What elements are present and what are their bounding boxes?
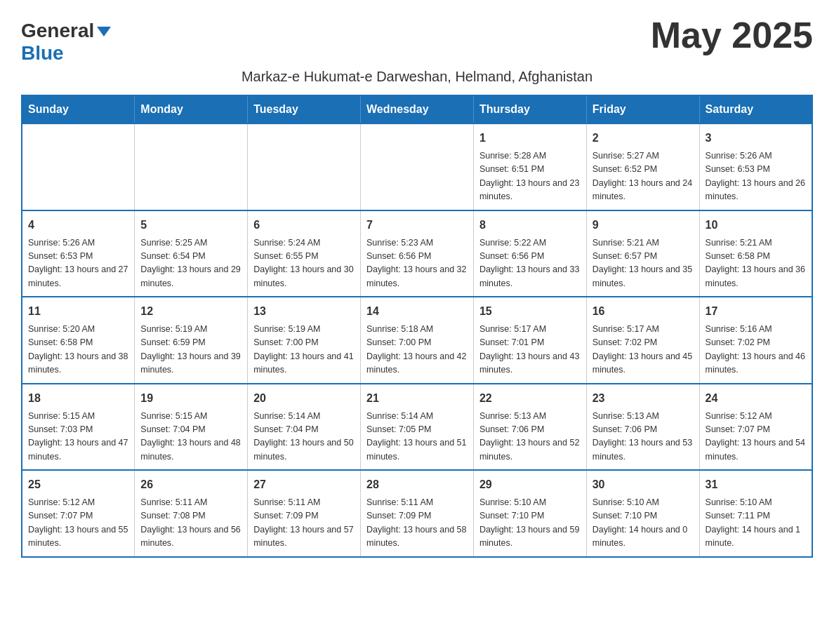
calendar-cell: 23Sunrise: 5:13 AM Sunset: 7:06 PM Dayli…: [586, 384, 699, 471]
calendar-cell: [135, 123, 248, 210]
logo: General Blue: [21, 14, 111, 65]
calendar-week-row: 25Sunrise: 5:12 AM Sunset: 7:07 PM Dayli…: [22, 470, 812, 557]
day-info: Sunrise: 5:24 AM Sunset: 6:55 PM Dayligh…: [253, 236, 355, 291]
weekday-header-friday: Friday: [586, 95, 699, 123]
calendar-cell: 21Sunrise: 5:14 AM Sunset: 7:05 PM Dayli…: [361, 384, 474, 471]
calendar-cell: 24Sunrise: 5:12 AM Sunset: 7:07 PM Dayli…: [699, 384, 812, 471]
logo-blue-text: Blue: [21, 42, 64, 65]
day-number: 18: [28, 390, 128, 407]
day-info: Sunrise: 5:10 AM Sunset: 7:10 PM Dayligh…: [479, 496, 581, 551]
logo-general-text: General: [21, 20, 111, 42]
calendar-cell: 29Sunrise: 5:10 AM Sunset: 7:10 PM Dayli…: [473, 470, 586, 557]
calendar-cell: [22, 123, 135, 210]
day-number: 15: [479, 303, 581, 320]
calendar-cell: 16Sunrise: 5:17 AM Sunset: 7:02 PM Dayli…: [586, 297, 699, 384]
calendar-cell: 26Sunrise: 5:11 AM Sunset: 7:08 PM Dayli…: [135, 470, 248, 557]
day-number: 11: [28, 303, 128, 320]
day-number: 23: [593, 390, 694, 407]
day-number: 16: [593, 303, 694, 320]
weekday-header-row: SundayMondayTuesdayWednesdayThursdayFrid…: [22, 95, 812, 123]
calendar-cell: 1Sunrise: 5:28 AM Sunset: 6:51 PM Daylig…: [473, 123, 586, 210]
day-info: Sunrise: 5:18 AM Sunset: 7:00 PM Dayligh…: [366, 323, 468, 377]
calendar-week-row: 11Sunrise: 5:20 AM Sunset: 6:58 PM Dayli…: [22, 297, 812, 384]
day-number: 6: [253, 217, 355, 234]
calendar-cell: 7Sunrise: 5:23 AM Sunset: 6:56 PM Daylig…: [361, 210, 474, 297]
day-number: 9: [593, 217, 694, 234]
calendar-cell: 22Sunrise: 5:13 AM Sunset: 7:06 PM Dayli…: [473, 384, 586, 471]
day-info: Sunrise: 5:14 AM Sunset: 7:04 PM Dayligh…: [253, 410, 355, 464]
calendar-body: 1Sunrise: 5:28 AM Sunset: 6:51 PM Daylig…: [22, 123, 812, 557]
calendar-cell: 4Sunrise: 5:26 AM Sunset: 6:53 PM Daylig…: [22, 210, 135, 297]
calendar-cell: 11Sunrise: 5:20 AM Sunset: 6:58 PM Dayli…: [22, 297, 135, 384]
day-info: Sunrise: 5:13 AM Sunset: 7:06 PM Dayligh…: [479, 410, 581, 464]
day-number: 30: [593, 476, 694, 493]
day-info: Sunrise: 5:10 AM Sunset: 7:11 PM Dayligh…: [706, 496, 806, 551]
day-number: 24: [706, 390, 806, 407]
day-number: 17: [706, 303, 806, 320]
calendar-cell: 13Sunrise: 5:19 AM Sunset: 7:00 PM Dayli…: [248, 297, 361, 384]
day-info: Sunrise: 5:14 AM Sunset: 7:05 PM Dayligh…: [366, 410, 468, 464]
month-title: May 2025: [651, 14, 813, 56]
weekday-header-tuesday: Tuesday: [248, 95, 361, 123]
calendar-cell: 2Sunrise: 5:27 AM Sunset: 6:52 PM Daylig…: [586, 123, 699, 210]
day-info: Sunrise: 5:19 AM Sunset: 6:59 PM Dayligh…: [140, 323, 241, 377]
calendar-week-row: 1Sunrise: 5:28 AM Sunset: 6:51 PM Daylig…: [22, 123, 812, 210]
day-info: Sunrise: 5:15 AM Sunset: 7:03 PM Dayligh…: [28, 410, 128, 464]
calendar-week-row: 4Sunrise: 5:26 AM Sunset: 6:53 PM Daylig…: [22, 210, 812, 297]
day-number: 19: [140, 390, 241, 407]
calendar-cell: 30Sunrise: 5:10 AM Sunset: 7:10 PM Dayli…: [586, 470, 699, 557]
day-info: Sunrise: 5:27 AM Sunset: 6:52 PM Dayligh…: [593, 149, 694, 204]
weekday-header-wednesday: Wednesday: [361, 95, 474, 123]
day-number: 28: [366, 476, 468, 493]
day-number: 20: [253, 390, 355, 407]
day-number: 2: [593, 130, 694, 147]
day-number: 5: [140, 217, 241, 234]
calendar-cell: 19Sunrise: 5:15 AM Sunset: 7:04 PM Dayli…: [135, 384, 248, 471]
calendar-cell: 25Sunrise: 5:12 AM Sunset: 7:07 PM Dayli…: [22, 470, 135, 557]
day-info: Sunrise: 5:26 AM Sunset: 6:53 PM Dayligh…: [706, 149, 806, 204]
day-number: 14: [366, 303, 468, 320]
weekday-header-saturday: Saturday: [699, 95, 812, 123]
day-info: Sunrise: 5:12 AM Sunset: 7:07 PM Dayligh…: [706, 410, 806, 464]
day-info: Sunrise: 5:12 AM Sunset: 7:07 PM Dayligh…: [28, 496, 128, 551]
day-number: 7: [366, 217, 468, 234]
calendar-cell: 12Sunrise: 5:19 AM Sunset: 6:59 PM Dayli…: [135, 297, 248, 384]
calendar-cell: 18Sunrise: 5:15 AM Sunset: 7:03 PM Dayli…: [22, 384, 135, 471]
day-number: 21: [366, 390, 468, 407]
calendar-cell: [248, 123, 361, 210]
weekday-header-monday: Monday: [135, 95, 248, 123]
calendar-cell: 6Sunrise: 5:24 AM Sunset: 6:55 PM Daylig…: [248, 210, 361, 297]
day-number: 1: [479, 130, 581, 147]
day-info: Sunrise: 5:16 AM Sunset: 7:02 PM Dayligh…: [706, 323, 806, 377]
page-header: General Blue May 2025: [21, 14, 813, 65]
calendar-header: SundayMondayTuesdayWednesdayThursdayFrid…: [22, 95, 812, 123]
day-number: 13: [253, 303, 355, 320]
day-number: 22: [479, 390, 581, 407]
calendar-cell: 27Sunrise: 5:11 AM Sunset: 7:09 PM Dayli…: [248, 470, 361, 557]
calendar-cell: 9Sunrise: 5:21 AM Sunset: 6:57 PM Daylig…: [586, 210, 699, 297]
day-info: Sunrise: 5:17 AM Sunset: 7:01 PM Dayligh…: [479, 323, 581, 377]
calendar-cell: 17Sunrise: 5:16 AM Sunset: 7:02 PM Dayli…: [699, 297, 812, 384]
day-info: Sunrise: 5:11 AM Sunset: 7:09 PM Dayligh…: [366, 496, 468, 551]
calendar-cell: 15Sunrise: 5:17 AM Sunset: 7:01 PM Dayli…: [473, 297, 586, 384]
day-info: Sunrise: 5:20 AM Sunset: 6:58 PM Dayligh…: [28, 323, 128, 377]
day-info: Sunrise: 5:28 AM Sunset: 6:51 PM Dayligh…: [479, 149, 581, 204]
logo-triangle-icon: [97, 27, 111, 36]
day-number: 4: [28, 217, 128, 234]
weekday-header-thursday: Thursday: [473, 95, 586, 123]
day-info: Sunrise: 5:19 AM Sunset: 7:00 PM Dayligh…: [253, 323, 355, 377]
calendar-table: SundayMondayTuesdayWednesdayThursdayFrid…: [21, 95, 813, 558]
calendar-cell: 20Sunrise: 5:14 AM Sunset: 7:04 PM Dayli…: [248, 384, 361, 471]
calendar-cell: [361, 123, 474, 210]
calendar-week-row: 18Sunrise: 5:15 AM Sunset: 7:03 PM Dayli…: [22, 384, 812, 471]
day-info: Sunrise: 5:26 AM Sunset: 6:53 PM Dayligh…: [28, 236, 128, 291]
calendar-cell: 10Sunrise: 5:21 AM Sunset: 6:58 PM Dayli…: [699, 210, 812, 297]
day-info: Sunrise: 5:22 AM Sunset: 6:56 PM Dayligh…: [479, 236, 581, 291]
calendar-cell: 8Sunrise: 5:22 AM Sunset: 6:56 PM Daylig…: [473, 210, 586, 297]
calendar-cell: 14Sunrise: 5:18 AM Sunset: 7:00 PM Dayli…: [361, 297, 474, 384]
calendar-cell: 3Sunrise: 5:26 AM Sunset: 6:53 PM Daylig…: [699, 123, 812, 210]
day-number: 10: [706, 217, 806, 234]
day-number: 26: [140, 476, 241, 493]
day-number: 3: [706, 130, 806, 147]
day-info: Sunrise: 5:15 AM Sunset: 7:04 PM Dayligh…: [140, 410, 241, 464]
